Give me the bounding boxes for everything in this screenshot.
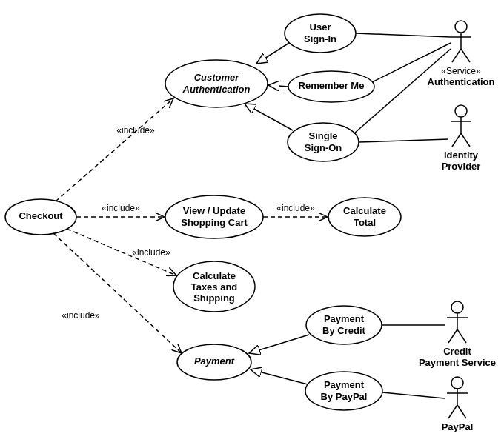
include-label: «include»: [102, 203, 140, 213]
usecase-checkout: Checkout: [5, 199, 76, 235]
actor-paypal-label: PayPal: [442, 421, 474, 432]
usecase-pay-paypal-label-2: By PayPal: [321, 391, 368, 402]
usecase-user-sign-in: User Sign-In: [285, 14, 356, 53]
assoc-paypal-to-paypaypal: [382, 392, 445, 398]
usecase-cart-label-1: View / Update: [183, 205, 245, 216]
include-checkout-to-auth: «include»: [56, 98, 173, 201]
svg-line-30: [457, 405, 466, 418]
include-checkout-to-cart: «include»: [76, 203, 165, 217]
stickman-icon: [451, 21, 471, 62]
assoc-auth-to-signin: [356, 33, 451, 37]
actor-identity-provider: Identity Provider: [442, 105, 481, 172]
svg-line-15: [461, 49, 470, 62]
svg-line-29: [448, 405, 457, 418]
usecase-single-sign-on: Single Sign-On: [288, 123, 359, 161]
svg-line-19: [452, 133, 461, 147]
gen-sso-to-auth: [245, 104, 293, 130]
usecase-payment-by-credit: Payment By Credit: [306, 306, 382, 344]
svg-point-26: [451, 377, 463, 389]
actor-credit-label-1: Credit: [443, 346, 471, 357]
include-label: «include»: [132, 247, 170, 258]
usecase-calc-tax-label-2: Taxes and: [191, 281, 238, 292]
svg-line-24: [448, 329, 457, 343]
gen-remember-to-auth: [268, 85, 288, 87]
actor-auth-stereotype: «Service»: [441, 66, 481, 76]
stickman-icon: [451, 105, 471, 147]
usecase-single-sign-on-label-1: Single: [308, 130, 337, 141]
actor-paypal: PayPal: [442, 377, 474, 432]
actor-idp-label-2: Provider: [442, 161, 481, 172]
usecase-user-sign-in-label-1: User: [310, 21, 331, 33]
usecase-user-sign-in-label-2: Sign-In: [304, 33, 336, 44]
usecase-calc-tax-label-3: Shipping: [193, 292, 235, 304]
usecase-calc-tax-label-1: Calculate: [193, 270, 236, 281]
include-label: «include»: [276, 203, 315, 213]
usecase-payment-label: Payment: [194, 355, 235, 367]
usecase-pay-credit-label-2: By Credit: [322, 325, 365, 336]
usecase-calculate-total-label-1: Calculate: [343, 205, 386, 216]
usecase-customer-authentication-label-2: Authentication: [182, 84, 251, 95]
usecase-calculate-total: Calculate Total: [328, 198, 401, 236]
assoc-idp-to-sso: [359, 139, 448, 142]
actor-auth-label: Authentication: [428, 76, 495, 87]
usecase-cart-label-2: Shopping Cart: [181, 217, 248, 228]
usecase-remember-me-label: Remember Me: [299, 80, 365, 91]
usecase-customer-authentication-label-1: Customer: [194, 72, 240, 83]
actor-credit-label-2: Payment Service: [419, 357, 496, 368]
actor-credit-payment-service: Credit Payment Service: [419, 301, 496, 368]
usecase-remember-me: Remember Me: [288, 71, 374, 102]
gen-paypaypal-to-payment: [251, 369, 308, 384]
svg-point-11: [455, 21, 467, 33]
actor-idp-label-1: Identity: [444, 150, 479, 161]
usecase-pay-paypal-label-1: Payment: [324, 379, 365, 390]
include-label: «include»: [62, 310, 100, 321]
include-checkout-to-calc-tax: «include»: [67, 229, 176, 275]
svg-line-14: [452, 49, 461, 62]
usecase-single-sign-on-label-2: Sign-On: [305, 142, 342, 153]
usecase-customer-authentication: Customer Authentication: [165, 60, 268, 107]
include-label: «include»: [116, 125, 155, 135]
gen-paycredit-to-payment: [249, 335, 309, 353]
usecase-payment-by-paypal: Payment By PayPal: [305, 372, 382, 410]
gen-signin-to-auth: [256, 43, 289, 64]
usecase-calculate-taxes-and-shipping: Calculate Taxes and Shipping: [173, 261, 255, 312]
actor-authentication-service: «Service» Authentication: [428, 21, 495, 87]
include-cart-to-calc-total: «include»: [263, 203, 328, 217]
usecase-view-update-shopping-cart: View / Update Shopping Cart: [165, 195, 263, 238]
usecase-payment: Payment: [177, 344, 251, 380]
usecase-checkout-label: Checkout: [19, 210, 63, 221]
svg-line-20: [461, 133, 470, 147]
svg-point-21: [451, 301, 463, 313]
usecase-calculate-total-label-2: Total: [354, 217, 376, 228]
stickman-icon: [447, 301, 468, 343]
usecase-pay-credit-label-1: Payment: [324, 313, 365, 324]
svg-line-25: [457, 329, 466, 343]
svg-line-31: [56, 98, 173, 201]
svg-point-16: [455, 105, 467, 117]
stickman-icon: [447, 377, 468, 418]
